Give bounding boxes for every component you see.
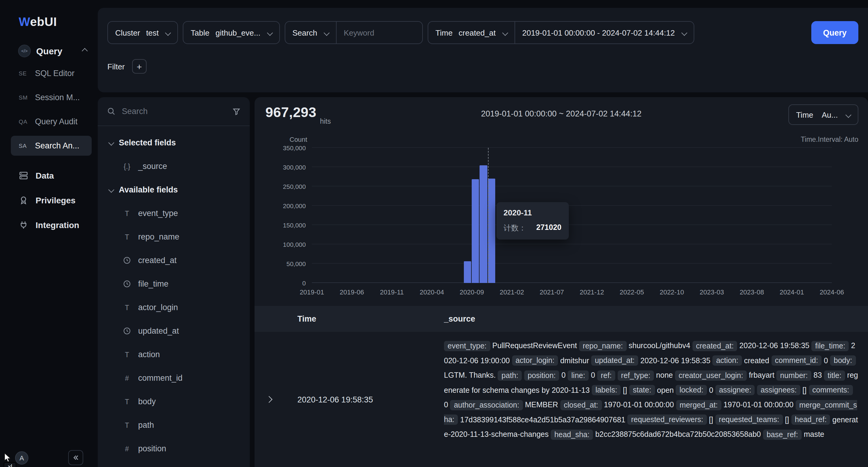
- item-label: SQL Editor: [35, 69, 74, 78]
- sidebar-item-integration[interactable]: Integration: [0, 212, 98, 237]
- sidebar-item-query-audit[interactable]: QAQuery Audit: [11, 112, 92, 131]
- source-key: requested_reviewers:: [627, 414, 707, 425]
- hits-count: 967,293: [266, 104, 316, 121]
- tooltip-title: 2020-11: [504, 208, 562, 217]
- bar-2020-11[interactable]: [488, 178, 496, 283]
- text-icon: T: [122, 422, 132, 429]
- funnel-filter-icon[interactable]: [232, 107, 241, 116]
- cluster-label: Cluster: [115, 28, 140, 37]
- field-item-action[interactable]: Taction: [104, 343, 244, 366]
- cluster-select[interactable]: Cluster test: [107, 21, 178, 44]
- text-icon: T: [122, 210, 132, 217]
- add-filter-button[interactable]: +: [132, 59, 147, 73]
- collapse-sidebar-button[interactable]: [68, 450, 83, 465]
- source-key: assignee:: [715, 385, 755, 395]
- filter-label: Filter: [107, 62, 125, 71]
- field-item-path[interactable]: Tpath: [104, 413, 244, 437]
- results-time-range: 2019-01-01 00:00:00 ~ 2024-07-02 14:44:1…: [254, 109, 868, 118]
- fields-search-input[interactable]: [122, 107, 226, 116]
- chevron-down-icon: [323, 30, 330, 36]
- field-item-body[interactable]: Tbody: [104, 390, 244, 413]
- search-mode-select[interactable]: Search: [292, 28, 317, 37]
- source-key: head_ref:: [791, 414, 830, 425]
- field-name: repo_name: [138, 232, 180, 241]
- source-key: requested_teams:: [715, 414, 783, 425]
- shield-icon: [18, 195, 28, 205]
- fields-search-bar: [98, 97, 250, 126]
- source-key: locked:: [676, 385, 707, 395]
- source-key: state:: [629, 385, 655, 395]
- main-content: Cluster test Table github_eve... Search …: [98, 0, 868, 467]
- chevron-right-icon: [266, 396, 273, 403]
- source-key: labels:: [592, 385, 621, 395]
- field-item-position[interactable]: #position: [104, 437, 244, 460]
- time-interval-dropdown[interactable]: Time Au...: [788, 104, 858, 125]
- braces-icon: {.}: [122, 163, 132, 170]
- app-root: WebUI </> Query SESQL EditorSMSession M.…: [0, 0, 868, 467]
- chevron-down-icon: [845, 112, 851, 118]
- chevron-down-icon: [108, 187, 114, 193]
- keyword-input[interactable]: [344, 28, 415, 37]
- source-key: updated_at:: [591, 355, 638, 366]
- chevron-down-icon: [267, 30, 273, 36]
- field-name: event_type: [138, 209, 178, 218]
- gridline: [312, 166, 832, 167]
- selected-fields-header[interactable]: Selected fields: [104, 131, 244, 154]
- field-item-actor-login[interactable]: Tactor_login: [104, 295, 244, 319]
- text-icon: T: [122, 398, 132, 405]
- time-range-picker[interactable]: 2019-01-01 00:00:00 - 2024-07-02 14:44:1…: [522, 28, 675, 37]
- sidebar-item-session-m[interactable]: SMSession M...: [11, 88, 92, 107]
- item-abbrev: SM: [19, 94, 29, 101]
- field-item-event-type[interactable]: Tevent_type: [104, 201, 244, 225]
- source-key: line:: [568, 370, 589, 380]
- gridline: [312, 224, 832, 225]
- table-select[interactable]: Table github_eve...: [183, 21, 280, 44]
- field-name: path: [138, 421, 154, 430]
- source-key: base_ref:: [763, 429, 802, 440]
- field-item-created-at[interactable]: created_at: [104, 249, 244, 272]
- field-item-file-time[interactable]: file_time: [104, 272, 244, 295]
- x-tick-label: 2024-06: [820, 288, 844, 295]
- sidebar-item-data[interactable]: Data: [0, 163, 98, 188]
- sidebar-item-sql-editor[interactable]: SESQL Editor: [11, 63, 92, 83]
- divider: [514, 22, 515, 43]
- field-name: _source: [138, 162, 167, 171]
- available-fields-list: Tevent_typeTrepo_namecreated_atfile_time…: [104, 201, 244, 460]
- fields-sections: Selected fields {.}_source Available fie…: [98, 126, 250, 465]
- app-logo: WebUI: [0, 15, 98, 29]
- gridline: [312, 186, 832, 186]
- clock-icon: [122, 327, 132, 335]
- divider: [336, 22, 337, 43]
- x-tick-label: 2019-01: [300, 288, 324, 295]
- item-abbrev: QA: [19, 118, 29, 125]
- chevron-down-icon: [502, 30, 508, 36]
- controls-row: Cluster test Table github_eve... Search …: [107, 21, 858, 44]
- field-item-updated-at[interactable]: updated_at: [104, 319, 244, 343]
- sidebar-group-query[interactable]: </> Query: [0, 45, 98, 57]
- source-key: ref:: [597, 370, 615, 380]
- source-key: position:: [524, 370, 559, 380]
- available-fields-header[interactable]: Available fields: [104, 178, 244, 201]
- x-tick-label: 2020-09: [460, 288, 484, 295]
- x-tick-label: 2021-02: [500, 288, 524, 295]
- item-label: Session M...: [35, 93, 80, 102]
- field-item-source[interactable]: {.}_source: [104, 154, 244, 178]
- source-key: action:: [712, 355, 742, 366]
- sidebar-item-privileges[interactable]: Privileges: [0, 188, 98, 212]
- field-item-comment-id[interactable]: #comment_id: [104, 366, 244, 390]
- avatar[interactable]: A: [15, 451, 28, 465]
- source-key: number:: [777, 370, 812, 380]
- query-button[interactable]: Query: [811, 21, 858, 44]
- bar-2020-08[interactable]: [464, 261, 471, 283]
- bar-2020-09[interactable]: [472, 180, 479, 283]
- sidebar-item-search-an[interactable]: SASearch An...: [11, 136, 92, 156]
- expand-row-button[interactable]: [254, 397, 283, 402]
- source-key: created_at:: [692, 341, 737, 351]
- bar-2020-10[interactable]: [480, 165, 487, 283]
- x-tick-label: 2021-07: [539, 288, 564, 295]
- time-field-select[interactable]: created_at: [459, 28, 496, 37]
- field-name: body: [138, 397, 156, 406]
- y-tick-label: 150,000: [254, 221, 306, 229]
- column-header-time: Time: [254, 314, 444, 323]
- field-item-repo-name[interactable]: Trepo_name: [104, 225, 244, 249]
